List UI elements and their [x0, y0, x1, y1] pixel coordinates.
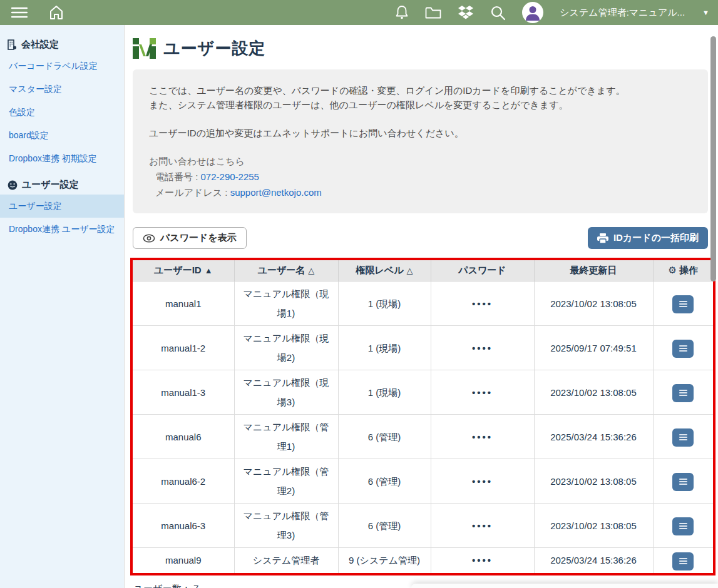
cell-user-name: マニュアル権限（現場2)	[234, 326, 338, 370]
table-row: manual1マニュアル権限（現場1)1 (現場)••••2023/10/02 …	[133, 281, 713, 326]
smiley-icon	[8, 180, 18, 190]
column-header-3[interactable]: 権限レベル△	[338, 260, 431, 281]
show-password-button[interactable]: パスワードを表示	[133, 227, 247, 249]
cell-operations	[653, 504, 713, 548]
sidebar-item[interactable]: Dropbox連携 ユーザー設定	[0, 218, 124, 241]
home-icon[interactable]	[49, 5, 64, 20]
folder-icon[interactable]	[425, 6, 441, 19]
app-logo	[133, 38, 156, 59]
row-actions-menu-button[interactable]	[672, 552, 694, 570]
show-password-label: パスワードを表示	[160, 232, 237, 244]
column-header-1[interactable]: ユーザーID▲	[133, 260, 234, 281]
sidebar-item[interactable]: board設定	[0, 124, 124, 147]
table-row: manual1-2マニュアル権限（現場2)1 (現場)••••2025/09/1…	[133, 326, 713, 370]
cell-permission-level: 6 (管理)	[338, 459, 431, 504]
sort-icon[interactable]: ▲	[205, 266, 213, 275]
sort-icon[interactable]: △	[407, 266, 413, 275]
user-avatar[interactable]	[522, 2, 543, 23]
table-row: manual6-2マニュアル権限（管理2)6 (管理)••••2023/10/0…	[133, 459, 713, 504]
cell-user-id: manual1-2	[133, 326, 234, 370]
eye-icon	[143, 234, 155, 243]
row-actions-menu-button[interactable]	[672, 295, 694, 313]
cell-user-id: manual6	[133, 415, 234, 459]
column-header-label: ユーザーID	[154, 265, 202, 275]
page-title: ユーザー設定	[163, 38, 265, 59]
row-actions-menu-button[interactable]	[672, 384, 694, 402]
sidebar-section-header: ユーザー設定	[0, 170, 124, 195]
phone-link[interactable]: 072-290-2255	[201, 171, 259, 182]
cell-user-name: マニュアル権限（管理3)	[234, 504, 338, 548]
table-row: manual9システム管理者9 (システム管理)••••2025/03/24 1…	[133, 548, 713, 573]
cell-user-id: manual1-3	[133, 370, 234, 415]
sidebar-item[interactable]: Dropbox連携 初期設定	[0, 147, 124, 170]
cell-password: ••••	[431, 548, 534, 573]
cell-user-name: マニュアル権限（現場3)	[234, 370, 338, 415]
table-row: manual6-3マニュアル権限（管理3)6 (管理)••••2023/10/0…	[133, 504, 713, 548]
sidebar-item[interactable]: バーコードラベル設定	[0, 54, 124, 78]
cell-last-updated: 2023/10/02 13:08:05	[534, 504, 653, 548]
phone-label: 電話番号 :	[155, 171, 198, 182]
column-header-4: パスワード	[431, 260, 534, 281]
sidebar-navigation: 会社設定バーコードラベル設定マスター設定色設定board設定Dropbox連携 …	[0, 25, 125, 588]
search-icon[interactable]	[490, 5, 506, 21]
menu-icon	[679, 522, 687, 530]
cell-permission-level: 1 (現場)	[338, 281, 431, 326]
menu-icon	[679, 477, 687, 486]
email-link[interactable]: support@netkojo.com	[230, 187, 322, 198]
cell-last-updated: 2025/03/24 15:36:26	[534, 548, 653, 573]
menu-icon[interactable]	[11, 6, 28, 19]
cell-password: ••••	[431, 326, 534, 370]
current-user-label: システム管理者:マニュアル...	[560, 7, 685, 19]
gear-icon: ⚙	[669, 265, 677, 275]
row-actions-menu-button[interactable]	[672, 340, 694, 358]
dropbox-icon[interactable]	[458, 6, 474, 19]
column-header-5: 最終更新日	[534, 260, 653, 281]
users-table: ユーザーID▲ユーザー名△権限レベル△パスワード最終更新日⚙操作 manual1…	[133, 260, 713, 573]
cell-user-id: manual6-2	[133, 459, 234, 504]
vertical-scrollbar-thumb[interactable]	[710, 36, 716, 281]
sidebar-section-header: 会社設定	[0, 30, 124, 54]
table-row: manual1-3マニュアル権限（現場3)1 (現場)••••2023/10/0…	[133, 370, 713, 415]
cell-password: ••••	[431, 281, 534, 326]
sort-icon[interactable]: △	[308, 266, 314, 275]
building-gear-icon	[8, 39, 17, 50]
menu-icon	[679, 557, 687, 565]
description-line: ユーザーIDの追加や変更はエムネットサポートにお問い合わせください。	[149, 126, 692, 140]
row-actions-menu-button[interactable]	[672, 517, 694, 535]
cell-password: ••••	[431, 504, 534, 548]
cell-user-name: システム管理者	[234, 548, 338, 573]
row-actions-menu-button[interactable]	[672, 428, 694, 447]
notifications-bell-icon[interactable]	[395, 5, 409, 20]
column-header-label: パスワード	[458, 265, 506, 275]
print-id-cards-button[interactable]: IDカードの一括印刷	[588, 227, 708, 249]
cell-last-updated: 2023/10/02 13:08:05	[534, 281, 653, 326]
cell-operations	[653, 548, 713, 573]
sidebar-item[interactable]: ユーザー設定	[0, 195, 124, 218]
cell-operations	[653, 459, 713, 504]
cell-permission-level: 9 (システム管理)	[338, 548, 431, 573]
menu-icon	[679, 344, 687, 353]
cell-user-name: マニュアル権限（管理1)	[234, 415, 338, 459]
column-header-label: ユーザー名	[258, 265, 305, 275]
row-actions-menu-button[interactable]	[672, 473, 694, 491]
description-line: ここでは、ユーザー名の変更や、パスワードの確認・変更、ログイン用のIDカードを印…	[149, 83, 692, 98]
sidebar-item[interactable]: 色設定	[0, 101, 124, 124]
cell-permission-level: 6 (管理)	[338, 504, 431, 548]
top-navigation-bar: システム管理者:マニュアル... ▼	[0, 0, 718, 25]
cell-last-updated: 2025/09/17 07:49:51	[534, 326, 653, 370]
chevron-down-icon[interactable]: ▼	[702, 9, 709, 16]
column-header-2[interactable]: ユーザー名△	[234, 260, 338, 281]
cell-last-updated: 2023/10/02 13:08:05	[534, 370, 653, 415]
cell-permission-level: 1 (現場)	[338, 370, 431, 415]
sidebar-section-label: ユーザー設定	[22, 179, 79, 191]
cell-password: ••••	[431, 415, 534, 459]
menu-icon	[679, 300, 687, 308]
cell-password: ••••	[431, 459, 534, 504]
sidebar-item[interactable]: マスター設定	[0, 78, 124, 101]
description-panel: ここでは、ユーザー名の変更や、パスワードの確認・変更、ログイン用のIDカードを印…	[133, 69, 708, 213]
cell-operations	[653, 370, 713, 415]
cell-user-id: manual1	[133, 281, 234, 326]
cell-operations	[653, 281, 713, 326]
cell-user-id: manual6-3	[133, 504, 234, 548]
cell-user-name: マニュアル権限（現場1)	[234, 281, 338, 326]
